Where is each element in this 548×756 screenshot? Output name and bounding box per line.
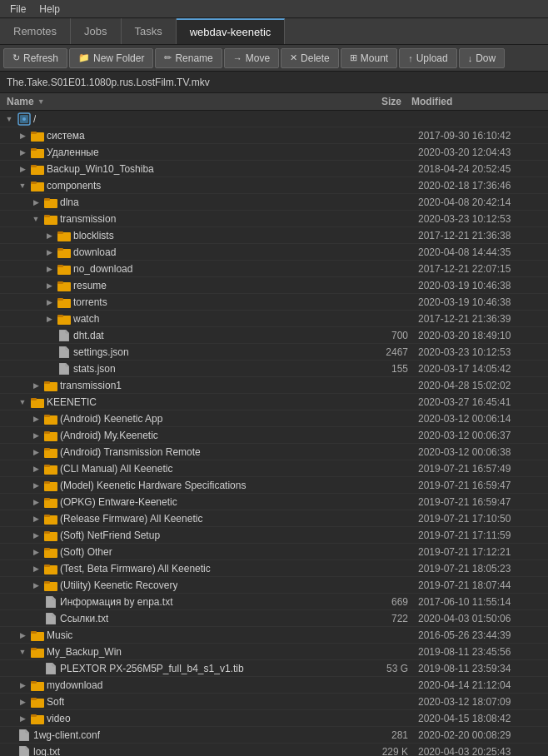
list-item[interactable]: ▶Soft2020-03-12 18:07:09 — [0, 694, 548, 710]
file-name: Soft — [47, 696, 64, 708]
expander-icon[interactable]: ▶ — [43, 280, 55, 291]
list-item[interactable]: ▶dlna2020-04-08 20:42:14 — [0, 194, 548, 211]
expander-icon[interactable]: ▶ — [43, 230, 55, 241]
list-item[interactable]: ▼/ — [0, 111, 548, 127]
mount-label: Mount — [361, 52, 388, 64]
svg-rect-10 — [31, 182, 37, 184]
refresh-button[interactable]: ↻ Refresh — [3, 48, 67, 68]
list-item[interactable]: ▼My_Backup_Win2019-08-11 23:45:56 — [0, 644, 548, 660]
folder-icon — [44, 412, 57, 425]
list-item[interactable]: ▶dht.dat7002020-03-20 18:49:10 — [0, 327, 548, 344]
svg-rect-45 — [44, 498, 50, 500]
file-name: (Android) Keenetic App — [60, 413, 162, 425]
list-item[interactable]: ▼KEENETIC2020-03-27 16:45:41 — [0, 394, 548, 410]
expander-icon[interactable]: ▶ — [17, 163, 28, 175]
list-item[interactable]: ▼transmission2020-03-23 10:12:53 — [0, 211, 548, 227]
expander-icon[interactable]: ▶ — [30, 530, 42, 541]
new-folder-button[interactable]: 📁 New Folder — [69, 48, 153, 68]
list-item[interactable]: ▶blocklists2017-12-21 21:36:38 — [0, 227, 548, 244]
list-item[interactable]: ▶(Android) Transmission Remote2020-03-12… — [0, 444, 548, 460]
expander-icon[interactable]: ▶ — [17, 147, 28, 158]
rename-button[interactable]: ✏ Rename — [155, 48, 222, 68]
expander-icon[interactable]: ▶ — [30, 546, 42, 558]
expander-icon[interactable]: ▶ — [17, 629, 28, 641]
expander-icon[interactable]: ▶ — [43, 296, 55, 308]
mount-button[interactable]: ⊞ Mount — [341, 48, 397, 68]
expander-icon[interactable]: ▶ — [43, 246, 55, 258]
expander-icon[interactable]: ▶ — [30, 446, 42, 458]
expander-icon[interactable]: ▶ — [30, 480, 42, 491]
list-item[interactable]: ▶transmission12020-04-28 15:02:02 — [0, 377, 548, 394]
list-item[interactable]: ▼components2020-02-18 17:36:46 — [0, 177, 548, 194]
list-item[interactable]: ▶Информация by enpa.txt6692017-06-10 11:… — [0, 594, 548, 610]
list-item[interactable]: ▶Backup_Win10_Toshiba2018-04-24 20:52:45 — [0, 161, 548, 177]
menu-help[interactable]: Help — [32, 2, 67, 17]
file-list[interactable]: ▼/▶система2017-09-30 16:10:42▶Удаленные2… — [0, 111, 548, 756]
list-item[interactable]: ▶(Android) My.Keenetic2020-03-12 00:06:3… — [0, 427, 548, 444]
list-item[interactable]: ▶1wg-client.conf2812020-02-20 00:08:29 — [0, 727, 548, 744]
file-name: (CLI Manual) All Keenetic — [60, 463, 172, 475]
list-item[interactable]: ▶settings.json24672020-03-23 10:12:53 — [0, 344, 548, 361]
folder-icon — [57, 312, 71, 326]
expander-icon[interactable]: ▶ — [30, 496, 42, 508]
list-item[interactable]: ▶(CLI Manual) All Keenetic2019-07-21 16:… — [0, 460, 548, 477]
list-item[interactable]: ▶(OPKG) Entware-Keenetic2019-07-21 16:59… — [0, 494, 548, 510]
expander-icon[interactable]: ▼ — [3, 113, 15, 125]
list-item[interactable]: ▶Music2016-05-26 23:44:39 — [0, 627, 548, 644]
expander-icon[interactable]: ▶ — [30, 463, 42, 475]
list-item[interactable]: ▶(Soft) NetFriend Setup2019-07-21 17:11:… — [0, 527, 548, 544]
expander-icon[interactable]: ▼ — [17, 180, 28, 191]
expander-icon[interactable]: ▶ — [30, 380, 42, 391]
list-item[interactable]: ▶(Utility) Keenetic Recovery2019-07-21 1… — [0, 577, 548, 594]
svg-rect-49 — [44, 531, 50, 534]
list-item[interactable]: ▶система2017-09-30 16:10:42 — [0, 127, 548, 144]
list-item[interactable]: ▶log.txt229 K2020-04-03 20:25:43 — [0, 744, 548, 756]
expander-icon[interactable]: ▶ — [17, 679, 28, 691]
list-item[interactable]: ▶video2020-04-15 18:08:42 — [0, 710, 548, 727]
delete-button[interactable]: ✕ Delete — [281, 48, 339, 68]
expander-icon[interactable]: ▶ — [30, 196, 42, 208]
expander-icon[interactable]: ▶ — [30, 563, 42, 574]
expander-icon[interactable]: ▶ — [30, 513, 42, 525]
tab-jobs[interactable]: Jobs — [71, 18, 121, 44]
list-item[interactable]: ▶(Soft) Other2019-07-21 17:12:21 — [0, 544, 548, 560]
expander-icon[interactable]: ▶ — [43, 313, 55, 325]
expander-icon[interactable]: ▶ — [30, 413, 42, 425]
list-item[interactable]: ▶no_download2017-12-21 22:07:15 — [0, 261, 548, 277]
tab-tasks[interactable]: Tasks — [122, 18, 177, 44]
list-item[interactable]: ▶download2020-04-08 14:44:35 — [0, 244, 548, 261]
expander-icon[interactable]: ▼ — [17, 396, 28, 408]
expander-icon[interactable]: ▼ — [17, 646, 28, 658]
list-item[interactable]: ▶stats.json1552020-03-17 14:05:42 — [0, 361, 548, 377]
download-button[interactable]: ↓ Dow — [459, 48, 506, 68]
column-name[interactable]: Name ▼ — [7, 96, 341, 107]
upload-button[interactable]: ↑ Upload — [399, 48, 457, 68]
delete-label: Delete — [301, 52, 330, 64]
expander-icon[interactable]: ▶ — [30, 579, 42, 591]
tab-webdav-keenetic[interactable]: webdav-keenetic — [177, 18, 286, 44]
column-size[interactable]: Size — [341, 96, 408, 107]
list-item[interactable]: ▶(Release Firmware) All Keenetic2019-07-… — [0, 510, 548, 527]
expander-icon[interactable]: ▶ — [30, 430, 42, 441]
list-item[interactable]: ▶(Android) Keenetic App2020-03-12 00:06:… — [0, 410, 548, 427]
move-button[interactable]: → Move — [224, 48, 279, 68]
expander-icon[interactable]: ▶ — [17, 713, 28, 724]
folder-icon — [44, 462, 57, 475]
menu-file[interactable]: File — [3, 2, 32, 17]
list-item[interactable]: ▶Удаленные2020-03-20 12:04:43 — [0, 144, 548, 161]
expander-icon[interactable]: ▼ — [30, 213, 42, 225]
list-item[interactable]: ▶(Test, Beta Firmware) All Keenetic2019-… — [0, 560, 548, 577]
column-modified[interactable]: Modified — [408, 96, 541, 107]
expander-icon[interactable]: ▶ — [17, 130, 28, 142]
list-item[interactable]: ▶watch2017-12-21 21:36:39 — [0, 311, 548, 327]
expander-icon[interactable]: ▶ — [17, 696, 28, 708]
list-item[interactable]: ▶Ссылки.txt7222020-04-03 01:50:06 — [0, 610, 548, 627]
list-item[interactable]: ▶PLEXTOR PX-256M5P_full_b4_s1_v1.tib53 G… — [0, 660, 548, 677]
list-item[interactable]: ▶(Model) Keenetic Hardware Specification… — [0, 477, 548, 494]
expander-icon[interactable]: ▶ — [43, 263, 55, 275]
list-item[interactable]: ▶resume2020-03-19 10:46:38 — [0, 277, 548, 294]
tab-remotes[interactable]: Remotes — [0, 18, 71, 44]
list-item[interactable]: ▶torrents2020-03-19 10:46:38 — [0, 294, 548, 311]
list-item[interactable]: ▶mydownload2020-04-14 21:12:04 — [0, 677, 548, 694]
file-list-header: Name ▼ Size Modified — [0, 93, 548, 111]
